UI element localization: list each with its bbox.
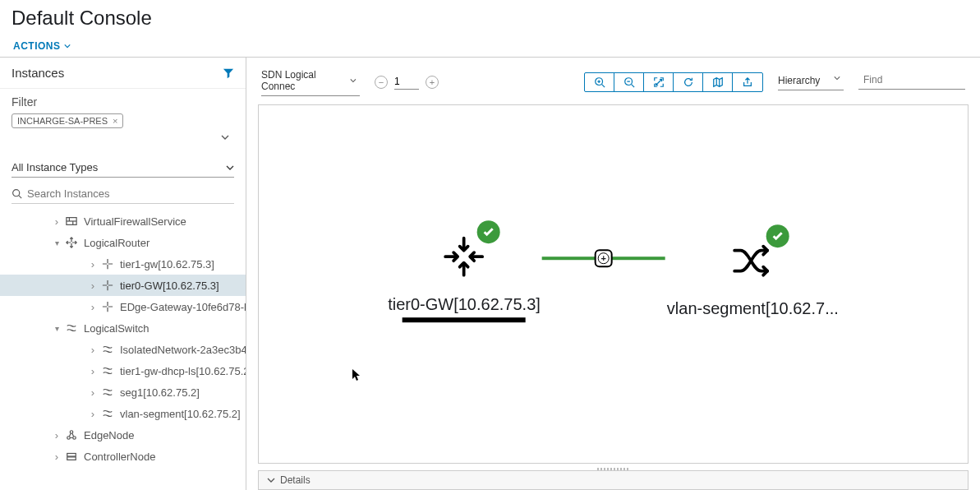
- svg-point-0: [13, 190, 20, 196]
- filter-section: Filter INCHARGE-SA-PRES ×: [0, 89, 246, 150]
- caret-right-icon: [89, 408, 97, 420]
- hop-stepper: − +: [375, 74, 439, 90]
- zoom-in-button[interactable]: [585, 73, 614, 91]
- topology-edge[interactable]: +: [542, 257, 665, 260]
- switch-icon: [102, 386, 113, 398]
- router-icon: [102, 280, 113, 291]
- decrement-button[interactable]: −: [375, 76, 388, 89]
- tree-node-seg1[interactable]: seg1[10.62.75.2]: [0, 381, 246, 403]
- caret-down-icon: [53, 324, 61, 333]
- svg-point-6: [67, 437, 71, 440]
- tree-label: EdgeNode: [84, 429, 134, 441]
- tree-node-dhcp-ls[interactable]: tier1-gw-dhcp-ls[10.62.75.2]: [0, 360, 246, 381]
- details-label: Details: [280, 474, 311, 486]
- edge-icon: [66, 429, 77, 441]
- find-input[interactable]: [863, 74, 980, 86]
- search-instances-row: [12, 187, 234, 204]
- tree-node-tier0-gw[interactable]: tier0-GW[10.62.75.3]: [0, 275, 246, 296]
- caret-right-icon: [89, 258, 97, 270]
- topology-node-vlan-segment[interactable]: vlan-segment[10.62.7...: [667, 236, 839, 318]
- tree-label: LogicalRouter: [84, 237, 150, 249]
- filter-icon[interactable]: [223, 67, 234, 79]
- main-area: Instances Filter INCHARGE-SA-PRES × All …: [0, 57, 980, 490]
- filter-dropdown-toggle[interactable]: [12, 133, 234, 141]
- instance-tree: VirtualFirewallService LogicalRouter tie…: [0, 209, 246, 490]
- tree-label: IsolatedNetwork-2a3ec3b4-662: [120, 344, 246, 356]
- close-icon[interactable]: ×: [113, 116, 117, 126]
- svg-rect-9: [67, 454, 76, 457]
- status-ok-badge: [766, 224, 789, 247]
- svg-line-18: [656, 79, 661, 85]
- tree-node-edgenode[interactable]: EdgeNode: [0, 424, 246, 446]
- chevron-down-icon: [226, 164, 234, 172]
- tree-node-vlan-segment[interactable]: vlan-segment[10.62.75.2]: [0, 403, 246, 424]
- caret-right-icon: [53, 215, 61, 228]
- instance-type-select[interactable]: All Instance Types: [12, 158, 234, 178]
- tree-node-tier1-gw[interactable]: tier1-gw[10.62.75.3]: [0, 253, 246, 275]
- tree-label: tier1-gw[10.62.75.3]: [120, 258, 214, 270]
- svg-line-1: [19, 196, 21, 198]
- zoom-out-button[interactable]: [614, 73, 644, 91]
- tree-label: VirtualFirewallService: [84, 215, 186, 228]
- tree-node-edge-gateway[interactable]: EDge-Gateway-10fe6d78-b1ab-: [0, 296, 246, 317]
- instances-header: Instances: [0, 58, 246, 89]
- topology-canvas[interactable]: tier0-GW[10.62.75.3] +: [258, 104, 968, 464]
- tree-label: tier1-gw-dhcp-ls[10.62.75.2]: [120, 365, 246, 377]
- plus-icon: +: [598, 252, 610, 264]
- details-panel-toggle[interactable]: Details: [258, 470, 968, 490]
- caret-right-icon: [89, 365, 97, 377]
- tree-node-virtualfirewallservice[interactable]: VirtualFirewallService: [0, 210, 246, 232]
- layout-label: Hierarchy: [778, 75, 820, 86]
- check-icon: [482, 225, 495, 238]
- canvas-toolbar: SDN Logical Connec − + Hierarchy: [258, 67, 968, 104]
- canvas-icon-bar: [584, 72, 763, 92]
- fit-screen-button[interactable]: [644, 73, 674, 91]
- status-ok-badge: [477, 220, 500, 243]
- svg-line-12: [601, 84, 605, 87]
- check-icon: [771, 229, 784, 243]
- expand-edge-button[interactable]: +: [595, 249, 613, 267]
- caret-right-icon: [89, 386, 97, 399]
- controller-icon: [66, 451, 77, 462]
- increment-button[interactable]: +: [426, 76, 439, 89]
- chevron-down-icon: [350, 77, 357, 84]
- svg-line-16: [631, 84, 634, 87]
- find-row: [858, 74, 965, 90]
- search-icon: [12, 188, 22, 199]
- tree-node-controllernode[interactable]: ControllerNode: [0, 446, 246, 467]
- topology-node-tier0[interactable]: tier0-GW[10.62.75.3]: [388, 232, 541, 322]
- search-input[interactable]: [27, 187, 234, 200]
- type-select-label: All Instance Types: [12, 161, 98, 173]
- caret-right-icon: [89, 280, 97, 292]
- router-icon: [66, 237, 77, 248]
- header: Default Console ACTIONS: [0, 0, 980, 57]
- caret-right-icon: [53, 429, 61, 441]
- map-button[interactable]: [703, 73, 733, 91]
- hop-input[interactable]: [394, 74, 419, 90]
- switch-icon: [102, 408, 113, 419]
- caret-right-icon: [89, 301, 97, 313]
- chevron-down-icon: [64, 43, 71, 49]
- view-mode-select[interactable]: SDN Logical Connec: [261, 67, 360, 96]
- caret-down-icon: [53, 238, 61, 247]
- switch-icon: [102, 365, 113, 377]
- chevron-down-icon: [267, 476, 275, 484]
- tree-node-isolated-network[interactable]: IsolatedNetwork-2a3ec3b4-662: [0, 339, 246, 360]
- filter-chip[interactable]: INCHARGE-SA-PRES ×: [12, 113, 123, 128]
- node-label: tier0-GW[10.62.75.3]: [388, 295, 541, 314]
- chevron-down-icon: [834, 75, 840, 81]
- export-button[interactable]: [733, 73, 762, 91]
- actions-label: ACTIONS: [13, 40, 61, 52]
- layout-select[interactable]: Hierarchy: [778, 73, 844, 90]
- svg-rect-10: [67, 457, 76, 460]
- switch-icon: [102, 344, 113, 355]
- page-title: Default Console: [12, 7, 968, 30]
- view-mode-label: SDN Logical Connec: [261, 69, 350, 92]
- instances-title: Instances: [12, 66, 64, 80]
- refresh-button[interactable]: [674, 73, 703, 91]
- tree-node-logicalrouter[interactable]: LogicalRouter: [0, 232, 246, 253]
- chevron-down-icon: [221, 133, 229, 141]
- tree-node-logicalswitch[interactable]: LogicalSwitch: [0, 317, 246, 339]
- router-icon: [102, 258, 113, 270]
- actions-menu-button[interactable]: ACTIONS: [12, 40, 71, 52]
